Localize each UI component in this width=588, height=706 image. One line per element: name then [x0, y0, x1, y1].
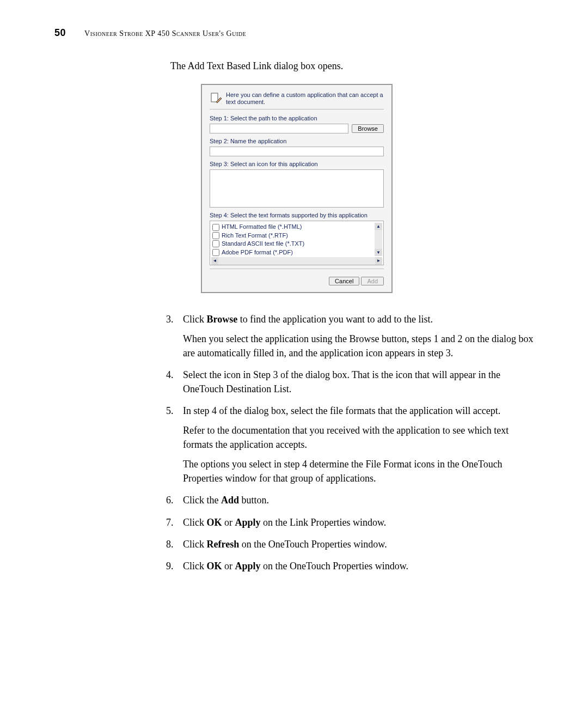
dialog-header-text: Here you can define a custom application…	[226, 92, 384, 106]
step-8: Click Refresh on the OneTouch Properties…	[54, 537, 539, 551]
format-item[interactable]: HTML Formatted file (*.HTML)	[211, 223, 372, 231]
page-number: 50	[54, 27, 66, 38]
name-input[interactable]	[210, 147, 384, 156]
page-header: 50 Visioneer Strobe XP 450 Scanner User'…	[54, 27, 539, 39]
step-5: In step 4 of the dialog box, select the …	[54, 404, 539, 485]
format-checkbox[interactable]	[212, 240, 219, 247]
step4-label: Step 4: Select the text formats supporte…	[210, 212, 384, 218]
step-6: Click the Add button.	[54, 493, 539, 507]
add-button[interactable]: Add	[361, 277, 384, 285]
format-list-box: HTML Formatted file (*.HTML) Rich Text F…	[210, 221, 384, 265]
instruction-list: Click Browse to find the application you…	[54, 312, 539, 573]
format-item[interactable]: Rich Text Format (*.RTF)	[211, 232, 372, 240]
icon-select-box[interactable]	[210, 169, 384, 208]
step2-label: Step 2: Name the application	[210, 138, 384, 144]
vertical-scrollbar[interactable]: ▲ ▼	[375, 223, 382, 255]
header-title: Visioneer Strobe XP 450 Scanner User's G…	[84, 29, 246, 38]
browse-button[interactable]: Browse	[352, 124, 384, 133]
scroll-up-icon[interactable]: ▲	[375, 223, 382, 230]
divider	[210, 109, 384, 109]
step3-label: Step 3: Select an icon for this applicat…	[210, 161, 384, 167]
scroll-down-icon[interactable]: ▼	[375, 249, 382, 256]
step-7: Click OK or Apply on the Link Properties…	[54, 515, 539, 530]
step-3: Click Browse to find the application you…	[54, 312, 539, 360]
step-4: Select the icon in Step 3 of the dialog …	[54, 368, 539, 396]
intro-text: The Add Text Based Link dialog box opens…	[170, 60, 539, 72]
add-text-link-dialog: Here you can define a custom application…	[201, 84, 393, 293]
scroll-left-icon[interactable]: ◄	[211, 257, 218, 265]
format-checkbox[interactable]	[212, 232, 219, 239]
svg-rect-0	[211, 93, 218, 102]
format-item[interactable]: Standard ASCII text file (*.TXT)	[211, 240, 372, 248]
format-checkbox[interactable]	[212, 249, 219, 256]
format-checkbox[interactable]	[212, 224, 219, 231]
divider	[210, 269, 384, 269]
step1-label: Step 1: Select the path to the applicati…	[210, 115, 384, 121]
cancel-button[interactable]: Cancel	[329, 277, 359, 285]
path-input[interactable]	[210, 124, 348, 133]
horizontal-scrollbar[interactable]: ◄ ►	[211, 257, 382, 265]
document-brush-icon	[210, 92, 223, 105]
format-item[interactable]: Adobe PDF format (*.PDF)	[211, 248, 372, 256]
step-9: Click OK or Apply on the OneTouch Proper…	[54, 559, 539, 573]
scroll-right-icon[interactable]: ►	[375, 257, 382, 265]
